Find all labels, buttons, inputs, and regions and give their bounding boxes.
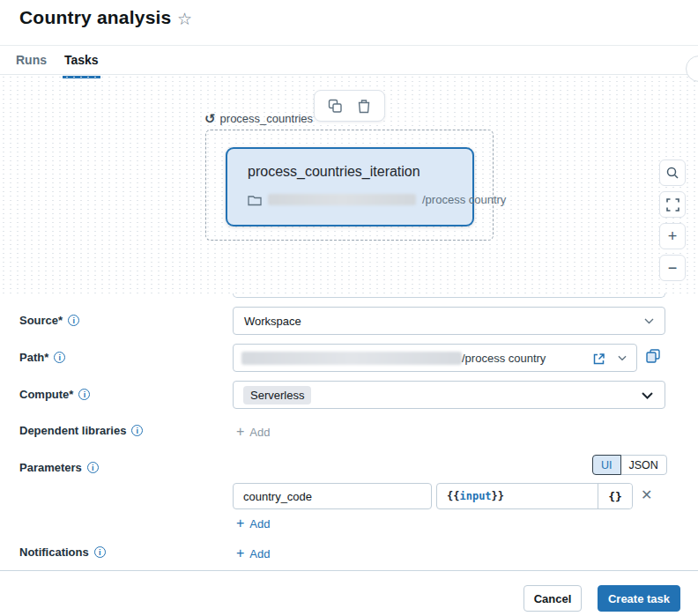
- loop-label-text: process_countries: [220, 112, 314, 125]
- chevron-down-icon: [644, 318, 654, 324]
- fullscreen-icon: [666, 198, 679, 212]
- remove-parameter-button[interactable]: ✕: [641, 486, 652, 503]
- trash-icon: [357, 99, 371, 114]
- info-icon[interactable]: i: [68, 315, 79, 326]
- source-label: Source* i: [19, 314, 79, 327]
- add-parameter-button[interactable]: + Add: [236, 516, 270, 531]
- external-link-icon: [592, 353, 605, 366]
- compute-value-tag: Serverless: [243, 386, 311, 404]
- parameter-key-input[interactable]: [233, 483, 432, 509]
- info-icon[interactable]: i: [94, 546, 106, 558]
- minus-icon: −: [668, 259, 678, 278]
- toggle-json-button[interactable]: JSON: [620, 455, 667, 475]
- plus-icon: +: [236, 425, 244, 439]
- page-title: Country analysis: [19, 7, 171, 28]
- redacted-path-segment: [268, 194, 416, 205]
- plus-icon: +: [236, 546, 244, 560]
- copy-path-button[interactable]: [645, 348, 661, 364]
- create-task-button[interactable]: Create task: [598, 585, 680, 612]
- clone-task-button[interactable]: [326, 97, 345, 115]
- open-in-new-tab-button[interactable]: [590, 351, 607, 367]
- chevron-down-icon: [642, 392, 653, 399]
- parameter-value-group: {{input}} {}: [436, 483, 633, 509]
- info-icon[interactable]: i: [78, 389, 90, 400]
- add-notification-button[interactable]: + Add: [236, 546, 270, 560]
- node-path-suffix: /process country: [422, 193, 506, 206]
- info-icon[interactable]: i: [54, 352, 65, 363]
- source-value: Workspace: [244, 315, 301, 328]
- canvas-controls: + −: [659, 160, 686, 281]
- favorite-star-icon[interactable]: ☆: [177, 8, 192, 32]
- loop-icon: ↺: [204, 112, 216, 125]
- plus-icon: +: [668, 227, 678, 246]
- zoom-in-button[interactable]: +: [659, 223, 686, 249]
- path-value-suffix: /process country: [462, 352, 546, 365]
- search-button[interactable]: [659, 160, 686, 186]
- node-toolbar: [314, 90, 385, 122]
- notifications-label: Notifications i: [19, 545, 106, 559]
- info-icon[interactable]: i: [131, 425, 143, 436]
- insert-variable-button[interactable]: {}: [598, 484, 632, 508]
- parameters-view-toggle: UI JSON: [592, 455, 667, 475]
- chevron-down-icon: [618, 355, 627, 361]
- dependent-libraries-label: Dependent libraries i: [19, 424, 143, 437]
- foreach-loop-label[interactable]: ↺ process_countries: [204, 112, 313, 125]
- toggle-ui-button[interactable]: UI: [592, 455, 621, 475]
- folder-icon: [248, 194, 262, 206]
- cancel-button[interactable]: Cancel: [524, 585, 582, 612]
- source-select[interactable]: Workspace: [233, 307, 665, 335]
- search-icon: [665, 166, 679, 180]
- copy-icon: [645, 348, 661, 364]
- clipped-field-edge: [233, 293, 665, 298]
- redacted-path-segment: [241, 352, 462, 365]
- compute-label: Compute* i: [19, 388, 90, 401]
- task-node-title: process_countries_iteration: [248, 164, 420, 180]
- plus-icon: +: [236, 516, 244, 531]
- parameter-value-input[interactable]: {{input}}: [437, 484, 598, 508]
- zoom-out-button[interactable]: −: [659, 255, 686, 281]
- parameters-label: Parameters i: [19, 461, 99, 474]
- fit-view-button[interactable]: [659, 191, 686, 218]
- footer-divider: [0, 570, 698, 571]
- task-graph-canvas[interactable]: ↺ process_countries process_countries_it…: [0, 74, 698, 293]
- add-library-button[interactable]: + Add: [236, 425, 270, 439]
- clone-icon: [328, 99, 343, 114]
- tab-runs[interactable]: Runs: [14, 53, 48, 76]
- info-icon[interactable]: i: [87, 462, 99, 473]
- task-node[interactable]: process_countries_iteration /process cou…: [226, 147, 474, 226]
- header-divider: [0, 45, 698, 46]
- path-label: Path* i: [19, 351, 65, 364]
- delete-task-button[interactable]: [355, 97, 373, 115]
- compute-select[interactable]: Serverless: [233, 381, 665, 409]
- task-node-subtitle: /process country: [248, 193, 506, 206]
- path-dropdown-chevron[interactable]: [616, 353, 628, 363]
- template-variable: input: [459, 490, 491, 502]
- job-task-page: Country analysis ☆ Runs Tasks: [0, 0, 698, 616]
- path-input[interactable]: /process country: [233, 344, 637, 372]
